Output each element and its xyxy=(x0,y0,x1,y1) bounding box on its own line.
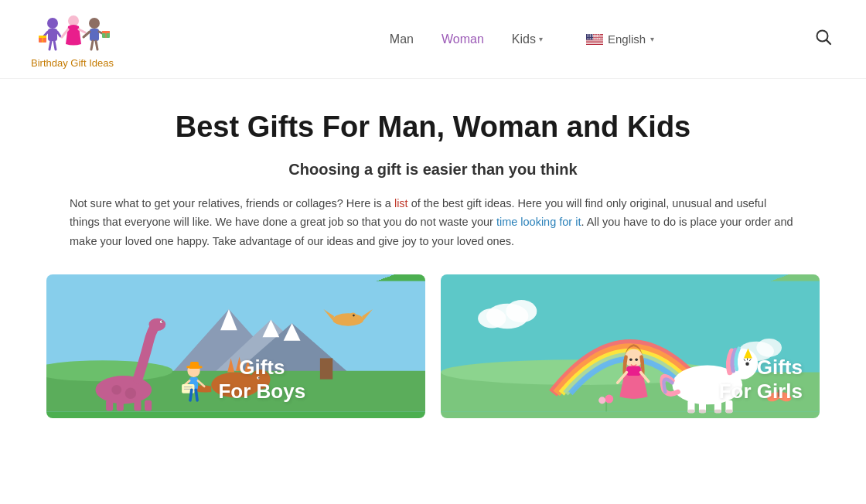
nav-kids-dropdown[interactable]: Kids ▾ xyxy=(512,32,543,46)
main-content: Best Gifts For Man, Woman and Kids Choos… xyxy=(0,79,866,418)
svg-point-58 xyxy=(125,387,137,399)
svg-rect-25 xyxy=(586,39,603,40)
flag-icon: ★★★★★★ ★★★★★ ★★★★★★ xyxy=(586,34,603,45)
svg-line-77 xyxy=(196,390,197,400)
svg-rect-69 xyxy=(186,366,202,368)
svg-point-108 xyxy=(605,394,613,403)
svg-line-11 xyxy=(79,29,85,32)
svg-rect-100 xyxy=(714,409,721,413)
lang-label: English xyxy=(608,32,646,46)
svg-point-82 xyxy=(506,300,537,322)
svg-point-59 xyxy=(148,318,165,330)
svg-rect-62 xyxy=(106,400,113,410)
hero-title: Best Gifts For Man, Woman and Kids xyxy=(46,110,820,145)
site-header: Birthday Gift Ideas Man Woman Kids ▾ ★★★… xyxy=(0,0,866,79)
girls-card-label: Gifts For Girls xyxy=(719,356,803,404)
nav-woman[interactable]: Woman xyxy=(442,32,484,46)
hero-subtitle: Choosing a gift is easier than you think xyxy=(46,161,820,179)
logo-area: Birthday Gift Ideas xyxy=(31,9,186,69)
language-selector[interactable]: ★★★★★★ ★★★★★ ★★★★★★ English ▾ xyxy=(586,32,654,46)
svg-line-33 xyxy=(827,40,830,44)
lang-chevron-icon: ▾ xyxy=(650,35,654,43)
svg-point-44 xyxy=(332,313,363,325)
svg-rect-101 xyxy=(725,409,732,413)
svg-line-76 xyxy=(190,390,192,400)
svg-point-109 xyxy=(598,397,605,404)
nav-kids-label: Kids xyxy=(512,32,536,46)
svg-text:★★★★★★: ★★★★★★ xyxy=(586,34,600,36)
hero-description: Not sure what to get your relatives, fri… xyxy=(70,194,796,251)
svg-point-103 xyxy=(629,358,632,361)
header-actions xyxy=(812,26,835,53)
boys-label-line1: Gifts xyxy=(239,356,285,379)
cards-section: Gifts For Boys xyxy=(46,274,820,418)
hero-desc-text1: Not sure what to get your relatives, fri… xyxy=(70,197,394,209)
svg-rect-98 xyxy=(687,409,694,413)
svg-point-85 xyxy=(756,339,782,357)
svg-point-57 xyxy=(111,384,121,394)
svg-rect-43 xyxy=(320,358,332,379)
logo-title: Birthday Gift Ideas xyxy=(31,57,114,69)
svg-rect-63 xyxy=(117,400,124,410)
card-boys[interactable]: Gifts For Boys xyxy=(46,274,425,418)
hero-desc-link[interactable]: list xyxy=(394,197,408,209)
girls-label-line2: For Girls xyxy=(719,380,803,403)
kids-chevron-icon: ▾ xyxy=(539,35,543,43)
svg-point-83 xyxy=(478,308,506,328)
svg-rect-1 xyxy=(48,29,57,41)
svg-line-16 xyxy=(91,41,93,49)
svg-point-12 xyxy=(89,18,100,29)
svg-rect-26 xyxy=(586,41,603,42)
svg-rect-105 xyxy=(626,366,640,376)
boys-label-line2: For Boys xyxy=(218,380,305,403)
svg-point-9 xyxy=(68,15,79,26)
svg-point-48 xyxy=(353,314,355,316)
svg-line-4 xyxy=(49,41,51,49)
svg-rect-13 xyxy=(90,29,99,41)
search-icon xyxy=(815,29,832,46)
svg-rect-99 xyxy=(699,409,706,413)
svg-rect-27 xyxy=(586,43,603,43)
boys-card-label: Gifts For Boys xyxy=(218,356,305,404)
svg-rect-65 xyxy=(145,400,152,410)
nav-man[interactable]: Man xyxy=(390,32,414,46)
card-girls[interactable]: Gifts For Girls xyxy=(441,274,820,418)
svg-rect-64 xyxy=(134,400,141,410)
svg-point-56 xyxy=(96,376,152,404)
svg-point-104 xyxy=(635,358,638,361)
svg-point-0 xyxy=(47,18,58,29)
svg-line-3 xyxy=(57,32,60,36)
hero-section: Best Gifts For Man, Woman and Kids Choos… xyxy=(46,110,820,251)
search-button[interactable] xyxy=(812,26,835,53)
svg-line-17 xyxy=(96,41,97,49)
girls-label-line1: Gifts xyxy=(757,356,803,379)
svg-point-61 xyxy=(162,321,163,322)
logo-icon xyxy=(31,9,116,56)
hero-desc-link-time[interactable]: time looking for it xyxy=(496,216,581,228)
main-nav: Man Woman Kids ▾ ★★★★★★ ★★★★★ ★★★★★★ xyxy=(232,32,812,46)
svg-line-5 xyxy=(54,41,56,49)
